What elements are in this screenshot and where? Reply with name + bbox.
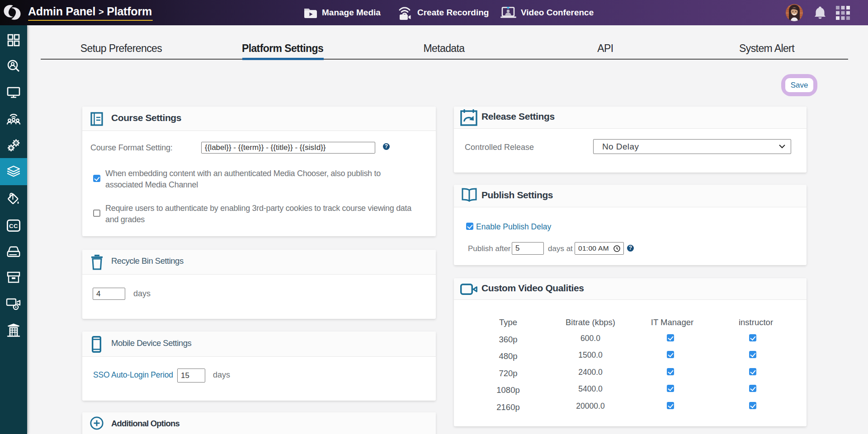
svg-text:CC: CC (9, 222, 18, 229)
